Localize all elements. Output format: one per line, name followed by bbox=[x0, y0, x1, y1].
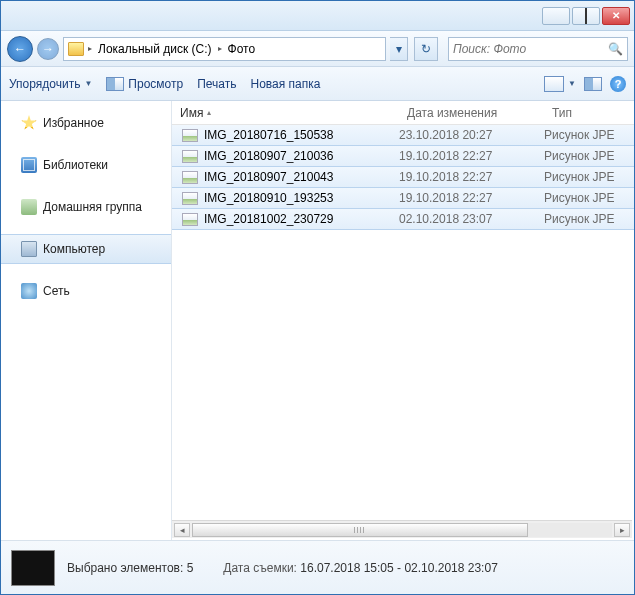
file-name: IMG_20180907_210043 bbox=[204, 170, 333, 184]
preview-button[interactable]: Просмотр bbox=[106, 77, 183, 91]
new-folder-button[interactable]: Новая папка bbox=[250, 77, 320, 91]
search-input[interactable] bbox=[453, 42, 606, 56]
organize-menu[interactable]: Упорядочить ▼ bbox=[9, 77, 92, 91]
new-folder-label: Новая папка bbox=[250, 77, 320, 91]
computer-icon bbox=[21, 241, 37, 257]
refresh-icon: ↻ bbox=[421, 42, 431, 56]
selection-summary: Выбрано элементов: 5 bbox=[67, 561, 193, 575]
sidebar-item-libraries[interactable]: Библиотеки bbox=[1, 151, 171, 179]
sidebar-label: Избранное bbox=[43, 116, 104, 130]
shot-date-label: Дата съемки: bbox=[223, 561, 297, 575]
maximize-button[interactable] bbox=[572, 7, 600, 25]
homegroup-icon bbox=[21, 199, 37, 215]
print-label: Печать bbox=[197, 77, 236, 91]
forward-button[interactable]: → bbox=[37, 38, 59, 60]
file-date: 23.10.2018 20:27 bbox=[399, 128, 544, 142]
arrow-right-icon: → bbox=[42, 42, 54, 56]
address-dropdown[interactable]: ▾ bbox=[390, 37, 408, 61]
column-headers: Имя ▴ Дата изменения Тип bbox=[172, 101, 634, 125]
file-row[interactable]: IMG_20181002_23072902.10.2018 23:07Рисун… bbox=[172, 208, 634, 230]
column-header-date[interactable]: Дата изменения bbox=[399, 106, 544, 120]
horizontal-scrollbar[interactable]: ◂ ▸ bbox=[172, 520, 632, 538]
toolbar: Упорядочить ▼ Просмотр Печать Новая папк… bbox=[1, 67, 634, 101]
scroll-right-button[interactable]: ▸ bbox=[614, 523, 630, 537]
preview-pane-icon bbox=[584, 77, 602, 91]
image-icon bbox=[182, 192, 198, 205]
maximize-icon bbox=[585, 9, 587, 23]
toolbar-right: ▼ ? bbox=[544, 76, 626, 92]
search-box[interactable]: 🔍 bbox=[448, 37, 628, 61]
sidebar-item-favorites[interactable]: Избранное bbox=[1, 109, 171, 137]
chevron-down-icon: ▼ bbox=[84, 79, 92, 88]
refresh-button[interactable]: ↻ bbox=[414, 37, 438, 61]
file-type: Рисунок JPE bbox=[544, 149, 634, 163]
network-icon bbox=[21, 283, 37, 299]
sidebar-label: Сеть bbox=[43, 284, 70, 298]
file-date: 19.10.2018 22:27 bbox=[399, 191, 544, 205]
image-icon bbox=[182, 213, 198, 226]
breadcrumb-drive[interactable]: Локальный диск (C:) bbox=[96, 42, 214, 56]
main-content: Избранное Библиотеки Домашняя группа Ком… bbox=[1, 101, 634, 540]
close-icon: ✕ bbox=[612, 10, 620, 21]
file-type: Рисунок JPE bbox=[544, 191, 634, 205]
file-name: IMG_20181002_230729 bbox=[204, 212, 333, 226]
file-date: 02.10.2018 23:07 bbox=[399, 212, 544, 226]
folder-icon bbox=[68, 42, 84, 56]
column-header-name[interactable]: Имя ▴ bbox=[172, 106, 399, 120]
column-label: Тип bbox=[552, 106, 572, 120]
image-icon bbox=[182, 150, 198, 163]
view-icon bbox=[544, 76, 564, 92]
file-row[interactable]: IMG_20180716_15053823.10.2018 20:27Рисун… bbox=[172, 125, 634, 146]
view-menu[interactable]: ▼ bbox=[544, 76, 576, 92]
address-bar[interactable]: ▸ Локальный диск (C:) ▸ Фото bbox=[63, 37, 386, 61]
sidebar-label: Библиотеки bbox=[43, 158, 108, 172]
organize-label: Упорядочить bbox=[9, 77, 80, 91]
shot-date-value: 16.07.2018 15:05 - 02.10.2018 23:07 bbox=[300, 561, 498, 575]
sidebar-item-homegroup[interactable]: Домашняя группа bbox=[1, 193, 171, 221]
file-type: Рисунок JPE bbox=[544, 212, 634, 226]
chevron-right-icon: ▸ bbox=[88, 44, 92, 53]
file-date: 19.10.2018 22:27 bbox=[399, 149, 544, 163]
chevron-down-icon: ▼ bbox=[568, 79, 576, 88]
grip-icon bbox=[354, 527, 366, 533]
column-header-type[interactable]: Тип bbox=[544, 106, 634, 120]
file-list-pane: Имя ▴ Дата изменения Тип IMG_20180716_15… bbox=[172, 101, 634, 540]
file-name: IMG_20180907_210036 bbox=[204, 149, 333, 163]
help-button[interactable]: ? bbox=[610, 76, 626, 92]
column-label: Имя bbox=[180, 106, 203, 120]
sidebar: Избранное Библиотеки Домашняя группа Ком… bbox=[1, 101, 172, 540]
minimize-button[interactable] bbox=[542, 7, 570, 25]
file-row[interactable]: IMG_20180907_21004319.10.2018 22:27Рисун… bbox=[172, 166, 634, 188]
preview-label: Просмотр bbox=[128, 77, 183, 91]
preview-pane-button[interactable] bbox=[584, 77, 602, 91]
sidebar-label: Компьютер bbox=[43, 242, 105, 256]
sort-asc-icon: ▴ bbox=[207, 108, 211, 117]
selection-thumbnail bbox=[11, 550, 55, 586]
navigation-bar: ← → ▸ Локальный диск (C:) ▸ Фото ▾ ↻ 🔍 bbox=[1, 31, 634, 67]
breadcrumb-folder[interactable]: Фото bbox=[226, 42, 258, 56]
titlebar: ✕ bbox=[1, 1, 634, 31]
close-button[interactable]: ✕ bbox=[602, 7, 630, 25]
scroll-thumb[interactable] bbox=[192, 523, 528, 537]
image-icon bbox=[182, 171, 198, 184]
details-pane: Выбрано элементов: 5 Дата съемки: 16.07.… bbox=[1, 540, 634, 594]
scroll-track[interactable] bbox=[192, 523, 612, 537]
image-icon bbox=[182, 129, 198, 142]
scroll-left-button[interactable]: ◂ bbox=[174, 523, 190, 537]
file-type: Рисунок JPE bbox=[544, 170, 634, 184]
sidebar-label: Домашняя группа bbox=[43, 200, 142, 214]
preview-icon bbox=[106, 77, 124, 91]
details-text: Выбрано элементов: 5 Дата съемки: 16.07.… bbox=[67, 561, 498, 575]
chevron-down-icon: ▾ bbox=[396, 42, 402, 56]
print-button[interactable]: Печать bbox=[197, 77, 236, 91]
arrow-left-icon: ← bbox=[14, 42, 26, 56]
file-type: Рисунок JPE bbox=[544, 128, 634, 142]
star-icon bbox=[21, 115, 37, 131]
file-name: IMG_20180910_193253 bbox=[204, 191, 333, 205]
file-row[interactable]: IMG_20180907_21003619.10.2018 22:27Рисун… bbox=[172, 145, 634, 167]
file-rows: IMG_20180716_15053823.10.2018 20:27Рисун… bbox=[172, 125, 634, 520]
back-button[interactable]: ← bbox=[7, 36, 33, 62]
sidebar-item-computer[interactable]: Компьютер bbox=[1, 234, 171, 264]
file-row[interactable]: IMG_20180910_19325319.10.2018 22:27Рисун… bbox=[172, 187, 634, 209]
sidebar-item-network[interactable]: Сеть bbox=[1, 277, 171, 305]
